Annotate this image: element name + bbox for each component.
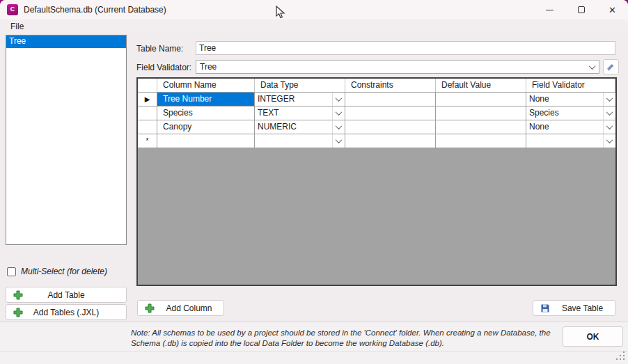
- add-column-button[interactable]: Add Column: [137, 300, 224, 316]
- cell-default-value[interactable]: [436, 120, 526, 134]
- chevron-down-icon: [603, 134, 615, 148]
- data-type-value: TEXT: [255, 106, 332, 120]
- cell-default-value[interactable]: [436, 134, 526, 148]
- plus-icon: [145, 303, 155, 313]
- window-title: DefaultSchema.db (Current Database): [24, 5, 166, 15]
- cell-constraints[interactable]: [345, 134, 436, 148]
- multi-select-label: Multi-Select (for delete): [21, 267, 107, 276]
- save-table-button[interactable]: Save Table: [533, 300, 615, 316]
- cell-data-type-combo[interactable]: NUMERIC: [255, 120, 345, 134]
- menu-bar: File: [0, 19, 628, 33]
- ok-button[interactable]: OK: [563, 326, 623, 347]
- maximize-icon: [578, 6, 585, 13]
- note-text: Note: All schemas to be used by a projec…: [131, 328, 561, 349]
- multi-select-checkbox[interactable]: [7, 267, 16, 276]
- columns-grid: Column Name Data Type Constraints Defaul…: [136, 77, 617, 286]
- cell-constraints[interactable]: [345, 120, 436, 134]
- edit-validator-button[interactable]: [603, 59, 619, 74]
- mouse-cursor-icon: [276, 6, 285, 19]
- multi-select-row: Multi-Select (for delete): [7, 267, 107, 276]
- row-indicator: [138, 106, 157, 120]
- add-tables-jxl-label: Add Tables (.JXL): [6, 308, 126, 317]
- cell-constraints[interactable]: [345, 106, 436, 120]
- table-listbox[interactable]: Tree: [6, 35, 127, 245]
- save-icon: [540, 303, 550, 313]
- ok-label: OK: [587, 332, 599, 342]
- chevron-down-icon: [586, 61, 599, 73]
- cell-field-validator-combo[interactable]: [526, 134, 615, 148]
- chevron-down-icon: [332, 93, 345, 106]
- add-table-button[interactable]: Add Table: [6, 287, 127, 303]
- cell-data-type-combo[interactable]: [255, 134, 345, 148]
- minimize-icon: [546, 10, 554, 10]
- grid-header-default-value: Default Value: [436, 79, 526, 92]
- cell-default-value[interactable]: [436, 93, 526, 106]
- title-bar: C DefaultSchema.db (Current Database) ✕: [0, 0, 628, 19]
- new-row-indicator: *: [138, 134, 157, 148]
- grid-header-constraints: Constraints: [345, 79, 436, 92]
- grid-row-species: Species TEXT Species: [138, 106, 615, 120]
- field-validator-label: Field Validator:: [136, 63, 191, 72]
- cell-field-validator-combo[interactable]: None: [526, 93, 615, 106]
- grid-header-indicator: [138, 79, 157, 92]
- add-tables-jxl-button[interactable]: Add Tables (.JXL): [6, 304, 127, 320]
- field-validator-cell-value: Species: [526, 106, 603, 120]
- list-item-tree[interactable]: Tree: [6, 35, 126, 48]
- chevron-down-icon: [332, 134, 345, 148]
- cell-field-validator-combo[interactable]: Species: [526, 106, 615, 120]
- field-validator-value: Tree: [196, 62, 586, 72]
- field-validator-combo[interactable]: Tree: [196, 60, 599, 74]
- grid-row-canopy: Canopy NUMERIC None: [138, 120, 615, 134]
- pencil-icon: [606, 62, 616, 72]
- field-validator-cell-value: [526, 134, 603, 148]
- grid-header-column-name: Column Name: [157, 79, 255, 92]
- plus-icon: [13, 308, 23, 317]
- close-icon: ✕: [609, 6, 616, 15]
- grid-row-new: *: [138, 134, 615, 148]
- data-type-value: [255, 134, 332, 148]
- app-icon: C: [7, 4, 18, 15]
- chevron-down-icon: [603, 93, 615, 106]
- grid-header-field-validator: Field Validator: [526, 79, 615, 92]
- divider: [0, 351, 628, 351]
- row-indicator: [138, 120, 157, 134]
- cell-data-type-combo[interactable]: TEXT: [255, 106, 345, 120]
- data-type-value: NUMERIC: [255, 120, 332, 134]
- data-type-value: INTEGER: [255, 93, 332, 106]
- maximize-button[interactable]: [565, 0, 597, 19]
- grid-header-row: Column Name Data Type Constraints Defaul…: [138, 79, 615, 93]
- chevron-down-icon: [603, 106, 615, 120]
- schema-editor-window: C DefaultSchema.db (Current Database) ✕ …: [0, 0, 628, 364]
- menu-file[interactable]: File: [6, 20, 29, 33]
- grid-header-data-type: Data Type: [255, 79, 345, 92]
- table-name-label: Table Name:: [136, 44, 183, 54]
- field-validator-cell-value: None: [526, 120, 603, 134]
- cell-default-value[interactable]: [436, 106, 526, 120]
- cell-field-validator-combo[interactable]: None: [526, 120, 615, 134]
- divider: [0, 322, 628, 322]
- cell-column-name[interactable]: Species: [157, 106, 255, 120]
- field-validator-cell-value: None: [526, 93, 603, 106]
- chevron-down-icon: [332, 120, 345, 134]
- grid-row-tree-number: ▶ Tree Number INTEGER None: [138, 93, 615, 106]
- table-name-input[interactable]: [196, 41, 615, 55]
- plus-icon: [13, 290, 23, 300]
- cell-data-type-combo[interactable]: INTEGER: [255, 93, 345, 106]
- chevron-down-icon: [603, 120, 615, 134]
- cell-column-name[interactable]: Tree Number: [157, 93, 255, 106]
- save-table-label: Save Table: [550, 303, 615, 313]
- cell-constraints[interactable]: [345, 93, 436, 106]
- close-button[interactable]: ✕: [597, 0, 628, 19]
- minimize-button[interactable]: [534, 0, 565, 19]
- row-indicator: ▶: [138, 93, 157, 106]
- resize-grip[interactable]: [615, 351, 626, 361]
- chevron-down-icon: [332, 106, 345, 120]
- cell-column-name[interactable]: Canopy: [157, 120, 255, 134]
- add-table-label: Add Table: [6, 290, 126, 300]
- cell-column-name[interactable]: [157, 134, 255, 148]
- add-column-label: Add Column: [155, 303, 223, 313]
